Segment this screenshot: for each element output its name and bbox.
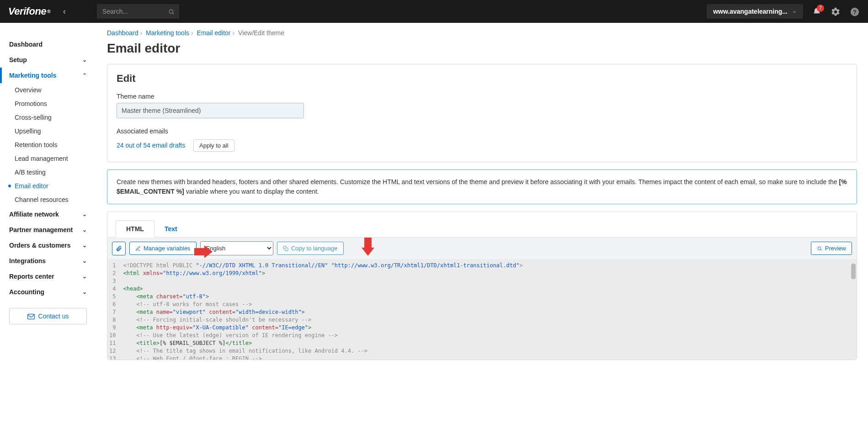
sidebar-sub-ab-testing[interactable]: A/B testing bbox=[0, 165, 96, 179]
breadcrumb-marketing-tools[interactable]: Marketing tools bbox=[146, 29, 189, 37]
manage-variables-label: Manage variables bbox=[144, 245, 191, 252]
help-icon[interactable]: ? bbox=[850, 5, 860, 17]
sidebar-item-orders-customers[interactable]: Orders & customers⌄ bbox=[0, 238, 96, 253]
line-gutter: 12345678910111213 bbox=[107, 259, 119, 360]
chevron-down-icon: ⌄ bbox=[82, 258, 87, 264]
contact-us-button[interactable]: Contact us bbox=[9, 308, 87, 324]
chevron-down-icon: ⌄ bbox=[82, 289, 87, 295]
code-editor[interactable]: 12345678910111213 <!DOCTYPE html PUBLIC … bbox=[107, 259, 857, 360]
sidebar-item-affiliate-network[interactable]: Affiliate network⌄ bbox=[0, 207, 96, 222]
sidebar-item-partner-management[interactable]: Partner management⌄ bbox=[0, 222, 96, 238]
edit-panel: Edit Theme name Associated emails 24 out… bbox=[107, 64, 857, 162]
language-select[interactable]: English bbox=[200, 241, 273, 255]
associated-emails-label: Associated emails bbox=[117, 127, 847, 135]
attachments-button[interactable] bbox=[112, 242, 126, 255]
chevron-down-icon: ⌄ bbox=[82, 57, 87, 63]
breadcrumb-email-editor[interactable]: Email editor bbox=[197, 29, 231, 37]
sidebar-item-integrations[interactable]: Integrations⌄ bbox=[0, 253, 96, 269]
breadcrumb-dashboard[interactable]: Dashboard bbox=[107, 29, 138, 37]
svg-rect-5 bbox=[285, 248, 288, 251]
chevron-up-icon: ⌃ bbox=[82, 72, 87, 79]
chevron-down-icon: ⌄ bbox=[82, 211, 87, 217]
sidebar: Dashboard Setup⌄ Marketing tools⌃ Overvi… bbox=[0, 23, 96, 360]
search-icon[interactable] bbox=[168, 8, 175, 15]
tab-text[interactable]: Text bbox=[154, 221, 187, 237]
theme-name-input[interactable] bbox=[117, 103, 304, 118]
svg-text:?: ? bbox=[853, 9, 857, 16]
sidebar-item-marketing-tools[interactable]: Marketing tools⌃ bbox=[0, 68, 96, 83]
svg-point-6 bbox=[818, 247, 821, 250]
notifications-button[interactable]: 7 bbox=[812, 6, 821, 17]
collapse-nav-chevron[interactable] bbox=[61, 7, 68, 16]
sidebar-item-reports-center[interactable]: Reports center⌄ bbox=[0, 269, 96, 284]
page-title: Email editor bbox=[107, 41, 857, 56]
scrollbar-thumb[interactable] bbox=[851, 264, 856, 279]
svg-point-0 bbox=[169, 10, 173, 13]
sidebar-sub-email-editor[interactable]: Email editor bbox=[0, 179, 96, 193]
sidebar-sub-overview[interactable]: Overview bbox=[0, 83, 96, 97]
info-text-pre: Create new themes with branded headers, … bbox=[117, 178, 839, 185]
edit-heading: Edit bbox=[117, 73, 847, 85]
svg-rect-4 bbox=[27, 314, 34, 319]
domain-label: www.avangatelearning... bbox=[713, 8, 788, 15]
breadcrumb: Dashboard› Marketing tools› Email editor… bbox=[107, 29, 857, 37]
sidebar-sub-upselling[interactable]: Upselling bbox=[0, 124, 96, 138]
info-text-post: variable where you want to display the c… bbox=[184, 188, 319, 195]
manage-variables-button[interactable]: Manage variables bbox=[129, 242, 197, 255]
info-panel: Create new themes with branded headers, … bbox=[107, 169, 857, 204]
settings-icon[interactable] bbox=[831, 5, 841, 17]
drafts-link[interactable]: 24 out of 54 email drafts bbox=[117, 142, 185, 149]
svg-line-7 bbox=[820, 249, 821, 250]
chevron-down-icon bbox=[792, 9, 797, 14]
sidebar-sub-cross-selling[interactable]: Cross-selling bbox=[0, 111, 96, 124]
editor-panel: HTML Text Manage variables English Copy … bbox=[107, 212, 857, 360]
svg-line-1 bbox=[173, 13, 174, 15]
sidebar-sub-channel-resources[interactable]: Channel resources bbox=[0, 193, 96, 207]
theme-name-label: Theme name bbox=[117, 93, 847, 100]
logo: Verifone® bbox=[8, 5, 50, 17]
domain-selector[interactable]: www.avangatelearning... bbox=[707, 4, 803, 19]
apply-to-all-button[interactable]: Apply to all bbox=[193, 139, 234, 152]
tab-html[interactable]: HTML bbox=[116, 220, 154, 238]
sidebar-sub-lead-management[interactable]: Lead management bbox=[0, 152, 96, 165]
breadcrumb-current: View/Edit theme bbox=[238, 29, 284, 37]
notification-badge: 7 bbox=[817, 5, 824, 12]
sidebar-item-setup[interactable]: Setup⌄ bbox=[0, 52, 96, 68]
sidebar-sub-promotions[interactable]: Promotions bbox=[0, 97, 96, 111]
sidebar-sub-retention-tools[interactable]: Retention tools bbox=[0, 138, 96, 152]
mail-icon bbox=[27, 312, 35, 320]
preview-label: Preview bbox=[825, 245, 846, 252]
sidebar-item-accounting[interactable]: Accounting⌄ bbox=[0, 284, 96, 300]
copy-to-language-label: Copy to language bbox=[291, 245, 338, 252]
chevron-down-icon: ⌄ bbox=[82, 273, 87, 280]
search-input[interactable] bbox=[97, 4, 179, 19]
preview-button[interactable]: Preview bbox=[811, 242, 852, 255]
code-content[interactable]: <!DOCTYPE html PUBLIC "-//W3C//DTD XHTML… bbox=[119, 259, 857, 360]
chevron-down-icon: ⌄ bbox=[82, 242, 87, 249]
copy-to-language-button[interactable]: Copy to language bbox=[277, 242, 344, 255]
sidebar-item-dashboard[interactable]: Dashboard bbox=[0, 37, 96, 52]
chevron-down-icon: ⌄ bbox=[82, 227, 87, 233]
contact-label: Contact us bbox=[38, 312, 69, 320]
